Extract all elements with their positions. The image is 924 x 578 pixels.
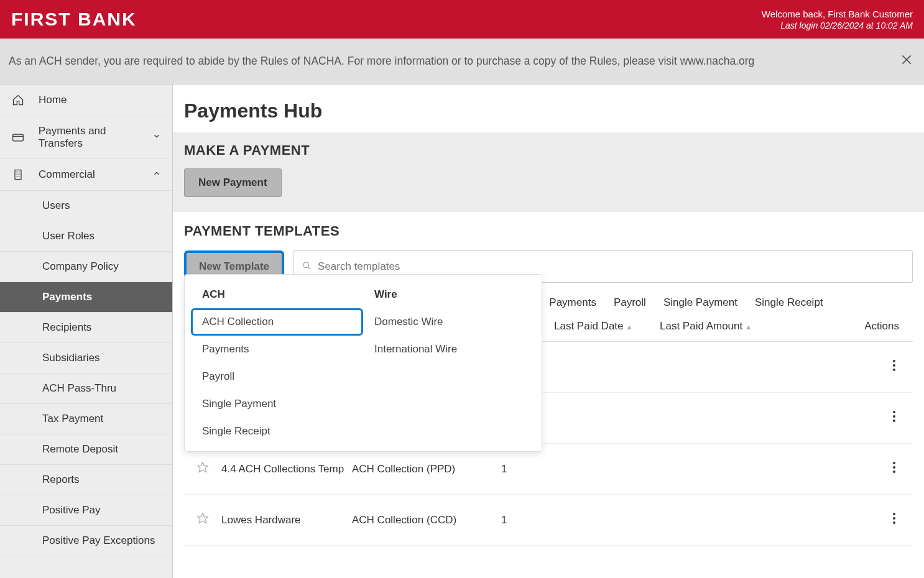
main-content: Payments Hub MAKE A PAYMENT New Payment … [173,85,924,578]
svg-point-28 [893,521,895,524]
make-payment-section: MAKE A PAYMENT New Payment [173,132,924,212]
chevron-down-icon [152,131,161,144]
notice-bar: As an ACH sender, you are required to ab… [0,39,924,85]
kebab-icon [893,413,895,424]
sidebar: Home Payments and Transfers Commercial U… [0,85,173,578]
home-icon [11,93,25,107]
sidebar-label-pt: Payments and Transfers [39,125,152,150]
favorite-star[interactable] [184,512,221,528]
row-actions[interactable] [784,513,913,527]
template-type: ACH Collection (CCD) [352,514,501,526]
chevron-up-icon [152,168,161,181]
dropdown-item-ach-collection[interactable]: ACH Collection [191,308,363,336]
col-header-actions: Actions [784,320,913,333]
kebab-icon [893,515,895,526]
dropdown-header-wire: Wire [363,286,535,308]
svg-rect-4 [15,170,21,180]
new-template-dropdown: ACH ACH Collection Payments Payroll Sing… [184,274,542,452]
sidebar-item-positive-pay[interactable]: Positive Pay [0,495,172,526]
svg-point-18 [893,411,895,413]
new-payment-button[interactable]: New Payment [184,168,282,197]
building-icon [11,168,25,181]
welcome-block: Welcome back, First Bank Customer Last l… [762,9,913,30]
sidebar-item-payments-transfers[interactable]: Payments and Transfers [0,116,172,159]
welcome-text: Welcome back, First Bank Customer [762,9,913,19]
svg-point-27 [893,517,895,520]
dropdown-item-single-receipt[interactable]: Single Receipt [191,418,363,445]
filter-tab-payroll[interactable]: Payroll [614,296,646,309]
svg-point-26 [893,513,895,515]
filter-tab-single-receipt[interactable]: Single Receipt [755,296,823,309]
svg-point-20 [893,420,895,422]
svg-point-19 [893,415,895,418]
favorite-star[interactable] [184,461,221,477]
svg-point-11 [303,262,309,267]
sidebar-item-subsidiaries[interactable]: Subsidiaries [0,343,172,374]
logo: FIRST BANK [11,9,137,30]
sidebar-item-company-policy[interactable]: Company Policy [0,252,172,282]
sidebar-item-recipients[interactable]: Recipients [0,313,172,343]
row-actions[interactable] [784,360,913,374]
sidebar-item-users[interactable]: Users [0,191,172,221]
template-type: ACH Collection (PPD) [352,463,501,475]
sidebar-item-remote-deposit[interactable]: Remote Deposit [0,434,172,465]
kebab-icon [893,362,895,374]
sidebar-label-commercial: Commercial [39,168,95,181]
sidebar-item-payments[interactable]: Payments [0,282,172,313]
sort-icon: ▲ [626,323,633,331]
svg-point-14 [893,360,895,362]
sidebar-item-reports[interactable]: Reports [0,465,172,495]
sidebar-item-positive-pay-exceptions[interactable]: Positive Pay Exceptions [0,526,172,556]
header-bar: FIRST BANK Welcome back, First Bank Cust… [0,0,924,39]
star-icon [196,461,209,477]
svg-rect-2 [13,134,24,141]
svg-point-15 [893,364,895,367]
sort-icon: ▲ [745,323,752,331]
svg-line-12 [308,267,310,269]
notice-text: As an ACH sender, you are required to ab… [9,55,754,68]
svg-point-24 [893,470,895,473]
dropdown-item-international-wire[interactable]: International Wire [363,336,535,363]
svg-marker-21 [198,462,208,472]
svg-marker-25 [198,513,208,523]
template-recipients: 1 [501,514,554,526]
dropdown-item-single-payment[interactable]: Single Payment [191,390,363,418]
sidebar-item-ach-pass-thru[interactable]: ACH Pass-Thru [0,374,172,404]
row-actions[interactable] [784,462,913,476]
make-payment-heading: MAKE A PAYMENT [184,142,913,158]
col-header-last-paid-amount[interactable]: Last Paid Amount▲ [660,320,784,333]
table-row: Lowes Hardware ACH Collection (CCD) 1 [184,495,913,546]
svg-point-16 [893,369,895,371]
close-icon[interactable] [898,51,915,71]
sidebar-item-user-roles[interactable]: User Roles [0,221,172,252]
filter-tab-single-payment[interactable]: Single Payment [663,296,737,309]
star-icon [196,512,209,528]
filter-tab-payments[interactable]: Payments [549,296,596,309]
svg-point-22 [893,462,895,464]
templates-section: PAYMENT TEMPLATES New Template ACH ACH C… [173,212,924,557]
sidebar-item-tax-payment[interactable]: Tax Payment [0,404,172,434]
card-icon [11,131,25,144]
sidebar-item-home[interactable]: Home [0,85,172,116]
page-title: Payments Hub [173,85,924,132]
sidebar-label-home: Home [39,94,67,106]
kebab-icon [893,464,895,475]
search-icon [302,261,312,273]
dropdown-item-payments[interactable]: Payments [191,336,363,363]
template-recipients: 1 [501,463,554,475]
last-login-text: Last login 02/26/2024 at 10:02 AM [762,21,913,30]
svg-point-23 [893,466,895,469]
dropdown-item-domestic-wire[interactable]: Domestic Wire [363,308,535,336]
template-name: 4.4 ACH Collections Temp [221,463,352,475]
col-header-last-paid-date[interactable]: Last Paid Date▲ [554,320,660,333]
dropdown-item-payroll[interactable]: Payroll [191,363,363,390]
template-name: Lowes Hardware [221,514,352,526]
sidebar-item-commercial[interactable]: Commercial [0,159,172,191]
dropdown-header-ach: ACH [191,286,363,308]
templates-heading: PAYMENT TEMPLATES [184,223,913,239]
row-actions[interactable] [784,411,913,425]
